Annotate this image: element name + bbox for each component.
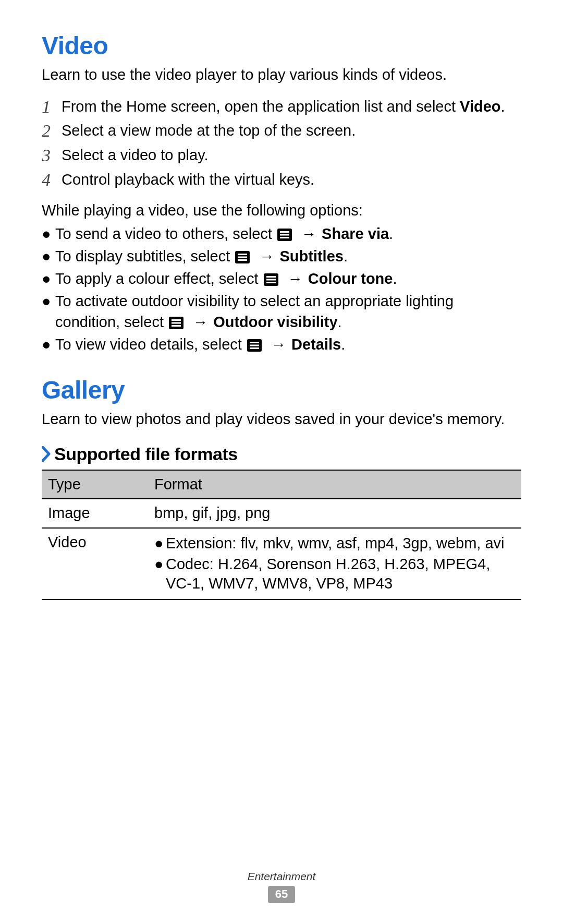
- bullet-bold: Colour tone: [308, 270, 393, 287]
- bullet-item: ● To display subtitles, select → Subtitl…: [42, 246, 521, 267]
- bullet-item: ● To activate outdoor visibility to sele…: [42, 291, 521, 332]
- bullet-text: To view video details, select → Details.: [55, 334, 521, 355]
- bullet-bold: Details: [291, 336, 341, 353]
- arrow: →: [190, 314, 209, 330]
- step-text: Select a view mode at the top of the scr…: [62, 121, 521, 141]
- bullet-dot: ●: [42, 291, 55, 311]
- svg-rect-14: [172, 322, 181, 323]
- menu-icon: [247, 339, 262, 352]
- bullet-bold: Outdoor visibility: [213, 314, 337, 330]
- arrow: →: [285, 270, 304, 287]
- bullet-text: Extension: flv, mkv, wmv, asf, mp4, 3gp,…: [166, 534, 515, 554]
- svg-rect-19: [250, 347, 259, 349]
- bullet-dot: ●: [42, 224, 55, 244]
- step-item: 3 Select a video to play.: [42, 145, 521, 166]
- bullet-dot: ●: [154, 555, 166, 574]
- section-heading-gallery: Gallery: [42, 376, 521, 404]
- svg-rect-1: [280, 231, 289, 233]
- arrow: →: [298, 225, 317, 242]
- section-heading-video: Video: [42, 31, 521, 60]
- svg-rect-10: [266, 279, 276, 281]
- video-intro: Learn to use the video player to play va…: [42, 65, 521, 85]
- step-number: 3: [42, 145, 62, 166]
- footer-category: Entertainment: [0, 870, 563, 883]
- bullet-bold: Share via: [322, 225, 389, 242]
- bullet-item: ● To apply a colour effect, select → Col…: [42, 269, 521, 289]
- bullet-tail: .: [389, 225, 393, 242]
- bullet-text: To apply a colour effect, select → Colou…: [55, 269, 521, 289]
- table-header-row: Type Format: [42, 470, 521, 499]
- svg-rect-2: [280, 234, 289, 236]
- bullet-dot: ●: [42, 334, 55, 355]
- bullet-text: To activate outdoor visibility to select…: [55, 291, 521, 332]
- step-text: Select a video to play.: [62, 145, 521, 165]
- menu-icon: [264, 273, 278, 286]
- step-number: 1: [42, 97, 62, 118]
- chevron-icon: [42, 446, 51, 462]
- bullet-text: To send a video to others, select → Shar…: [55, 224, 521, 244]
- formats-table: Type Format Image bmp, gif, jpg, png Vid…: [42, 470, 521, 600]
- step-text-bold: Video: [460, 98, 500, 115]
- cell-format: ● Extension: flv, mkv, wmv, asf, mp4, 3g…: [148, 528, 521, 599]
- svg-rect-3: [280, 237, 289, 238]
- table-header-format: Format: [148, 470, 521, 499]
- svg-rect-18: [250, 344, 259, 346]
- step-text: Control playback with the virtual keys.: [62, 170, 521, 190]
- step-item: 1 From the Home screen, open the applica…: [42, 97, 521, 118]
- step-text: From the Home screen, open the applicati…: [62, 97, 521, 117]
- svg-rect-11: [266, 282, 276, 283]
- bullet-tail: .: [393, 270, 397, 287]
- menu-icon: [235, 251, 250, 263]
- bullet-dot: ●: [42, 269, 55, 289]
- bullet-pre: To view video details, select: [55, 336, 246, 353]
- table-header-type: Type: [42, 470, 148, 499]
- table-row: Video ● Extension: flv, mkv, wmv, asf, m…: [42, 528, 521, 599]
- subsection-header: Supported file formats: [42, 444, 521, 464]
- svg-rect-13: [172, 319, 181, 321]
- subsection-title: Supported file formats: [54, 444, 238, 464]
- page-number-badge: 65: [268, 886, 295, 903]
- step-item: 2 Select a view mode at the top of the s…: [42, 121, 521, 142]
- gallery-intro: Learn to view photos and play videos sav…: [42, 410, 521, 429]
- bullet-text: To display subtitles, select → Subtitles…: [55, 246, 521, 267]
- bullet-tail: .: [341, 336, 345, 353]
- bullet-pre: To send a video to others, select: [55, 225, 276, 242]
- bullet-pre: To display subtitles, select: [55, 248, 234, 265]
- menu-icon: [277, 229, 292, 241]
- step-number: 4: [42, 170, 62, 191]
- menu-icon: [169, 317, 183, 329]
- bullet-text: Codec: H.264, Sorenson H.263, H.263, MPE…: [166, 555, 515, 594]
- svg-rect-7: [238, 259, 247, 261]
- table-row: Image bmp, gif, jpg, png: [42, 499, 521, 528]
- cell-type: Video: [42, 528, 148, 599]
- bullet-dot: ●: [154, 534, 166, 554]
- video-options-list: ● To send a video to others, select → Sh…: [42, 224, 521, 355]
- bullet-tail: .: [338, 314, 342, 330]
- arrow: →: [256, 248, 275, 265]
- cell-bullet: ● Codec: H.264, Sorenson H.263, H.263, M…: [154, 555, 515, 594]
- svg-rect-6: [238, 257, 247, 258]
- bullet-item: ● To view video details, select → Detail…: [42, 334, 521, 355]
- step-item: 4 Control playback with the virtual keys…: [42, 170, 521, 191]
- svg-rect-17: [250, 342, 259, 343]
- cell-format: bmp, gif, jpg, png: [148, 499, 521, 528]
- video-steps: 1 From the Home screen, open the applica…: [42, 97, 521, 191]
- bullet-item: ● To send a video to others, select → Sh…: [42, 224, 521, 244]
- bullet-tail: .: [344, 248, 348, 265]
- cell-type: Image: [42, 499, 148, 528]
- bullet-dot: ●: [42, 246, 55, 267]
- svg-rect-9: [266, 276, 276, 278]
- step-number: 2: [42, 121, 62, 142]
- arrow: →: [268, 336, 287, 353]
- step-text-post: .: [501, 98, 505, 115]
- step-text-pre: From the Home screen, open the applicati…: [62, 98, 460, 115]
- svg-rect-15: [172, 325, 181, 327]
- page-footer: Entertainment 65: [0, 870, 563, 903]
- bullet-pre: To apply a colour effect, select: [55, 270, 263, 287]
- cell-bullet: ● Extension: flv, mkv, wmv, asf, mp4, 3g…: [154, 534, 515, 554]
- video-options-lead: While playing a video, use the following…: [42, 200, 521, 221]
- bullet-bold: Subtitles: [279, 248, 343, 265]
- svg-rect-5: [238, 254, 247, 255]
